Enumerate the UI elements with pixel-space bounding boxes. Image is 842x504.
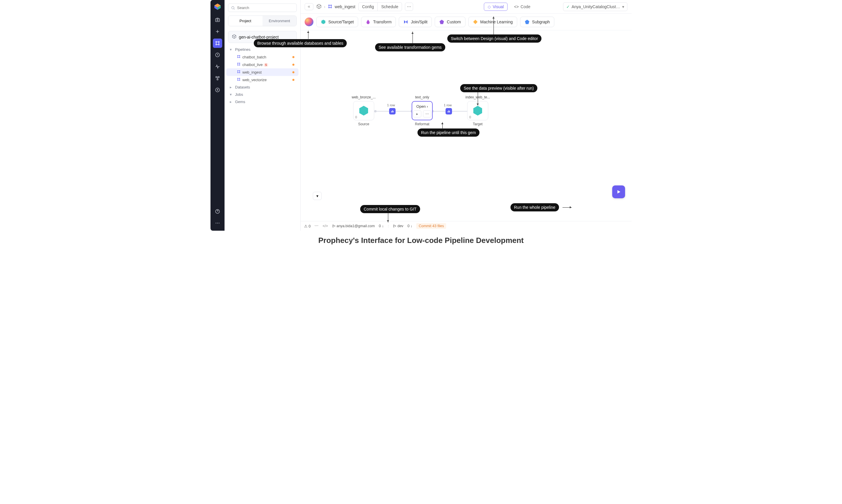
data-preview-button[interactable] bbox=[446, 108, 452, 114]
app-logo-icon bbox=[214, 3, 221, 11]
config-button[interactable]: Config bbox=[359, 3, 377, 11]
annotation: See the data preview (visible after run) bbox=[460, 84, 537, 92]
gem-label: Source/Target bbox=[328, 20, 354, 24]
tree-item-pipeline[interactable]: web_vectorize bbox=[226, 76, 298, 84]
svg-rect-3 bbox=[216, 19, 220, 22]
schedule-button[interactable]: Schedule bbox=[377, 3, 402, 11]
svg-point-24 bbox=[239, 63, 240, 64]
status-dot-icon bbox=[292, 71, 294, 73]
search-input[interactable] bbox=[228, 3, 297, 12]
arrow-icon bbox=[442, 122, 443, 128]
gem-subgraph[interactable]: Subgraph bbox=[520, 17, 554, 27]
tree-label: Datasets bbox=[235, 85, 295, 89]
tree-label: Jobs bbox=[235, 92, 295, 97]
drop-icon bbox=[365, 19, 371, 24]
arrow-icon bbox=[478, 92, 478, 106]
rail-btn-history[interactable] bbox=[213, 50, 222, 59]
cube-icon[interactable] bbox=[316, 4, 322, 10]
open-node-button[interactable]: Open › bbox=[416, 104, 428, 109]
rail-btn-activity[interactable] bbox=[213, 62, 222, 71]
warning-count[interactable]: ⚠ 0 bbox=[304, 224, 310, 228]
svg-point-34 bbox=[239, 80, 240, 80]
tree-item-pipeline[interactable]: chatbot_batch bbox=[226, 53, 298, 61]
rail-btn-more[interactable] bbox=[213, 218, 222, 228]
gem-custom[interactable]: Custom bbox=[435, 17, 465, 27]
rail-btn-download[interactable] bbox=[213, 85, 222, 95]
svg-point-18 bbox=[231, 6, 234, 9]
svg-point-35 bbox=[328, 5, 329, 5]
svg-marker-42 bbox=[525, 20, 529, 24]
diamond-icon: ◇ bbox=[488, 4, 491, 9]
rail-btn-pipeline[interactable] bbox=[213, 38, 222, 48]
rail-btn-lineage[interactable] bbox=[213, 74, 222, 83]
svg-point-54 bbox=[394, 225, 394, 226]
canvas-node-source[interactable]: web_bronze_... 0 Source bbox=[353, 101, 374, 126]
canvas-menu-button[interactable]: ▾ bbox=[313, 192, 322, 200]
pull-count[interactable]: 0 ↓ bbox=[379, 224, 384, 228]
tree-group-gems[interactable]: ▸Gems bbox=[226, 98, 298, 105]
gem-transform[interactable]: Transform bbox=[361, 17, 396, 27]
metrics-icon[interactable]: 〰 bbox=[314, 224, 319, 228]
canvas-node-reformat[interactable]: text_only Open › ▸ ⋯ Reformat bbox=[412, 101, 433, 126]
gem-join-split[interactable]: Join/Split bbox=[399, 17, 432, 27]
svg-point-21 bbox=[237, 57, 238, 58]
node-subtitle: Reformat bbox=[415, 122, 429, 126]
project-tree: ▾Pipelines chatbot_batch chatbot_liveS w… bbox=[225, 46, 300, 231]
tree-item-pipeline[interactable]: chatbot_liveS bbox=[226, 61, 298, 68]
push-count[interactable]: 0 ↓ bbox=[408, 224, 413, 228]
svg-marker-39 bbox=[321, 20, 325, 24]
svg-point-25 bbox=[237, 65, 238, 66]
pipeline-icon bbox=[237, 62, 241, 67]
svg-point-51 bbox=[332, 225, 333, 226]
code-view-button[interactable]: <> Code bbox=[511, 3, 534, 11]
git-branch[interactable]: dev bbox=[393, 224, 403, 228]
node-count: 0 bbox=[355, 115, 357, 119]
status-bar: ⚠ 0 〰 </> anya.bida1@gmail.com 0 ↓ : dev… bbox=[300, 221, 632, 231]
check-icon: ✓ bbox=[566, 4, 570, 9]
node-more-button[interactable]: ⋯ bbox=[423, 110, 431, 118]
svg-rect-46 bbox=[448, 111, 448, 112]
pipeline-canvas[interactable]: 1 row 1 row web_bronze_... 0 Source text… bbox=[300, 30, 632, 221]
run-pipeline-button[interactable] bbox=[612, 185, 625, 198]
copilot-icon[interactable] bbox=[305, 18, 313, 26]
svg-rect-11 bbox=[218, 76, 219, 78]
cluster-selector[interactable]: ✓ Anya_UnityCatalogClusters_U... ▾ bbox=[563, 2, 628, 11]
tree-group-jobs[interactable]: ▾Jobs bbox=[226, 91, 298, 98]
chevron-right-icon: ▸ bbox=[230, 100, 233, 104]
tree-item-pipeline[interactable]: web_ingest bbox=[226, 68, 298, 76]
code-label: Code bbox=[521, 4, 530, 9]
annotation: See available transformation gems bbox=[375, 43, 445, 51]
svg-marker-41 bbox=[473, 20, 477, 24]
chevron-right-icon: ▸ bbox=[230, 85, 233, 89]
back-button[interactable] bbox=[305, 3, 313, 10]
more-button[interactable]: ⋯ bbox=[405, 3, 413, 11]
commit-button[interactable]: Commit 43 files bbox=[416, 223, 446, 229]
chevron-down-icon: ▾ bbox=[230, 47, 233, 52]
svg-point-29 bbox=[237, 72, 238, 73]
view-toggle: ◇ Visual <> Code bbox=[484, 3, 534, 11]
rail-btn-add[interactable] bbox=[213, 27, 222, 36]
tree-item-label: chatbot_batch bbox=[242, 55, 295, 59]
tab-environment[interactable]: Environment bbox=[262, 16, 297, 26]
visual-view-button[interactable]: ◇ Visual bbox=[484, 3, 508, 11]
svg-point-20 bbox=[239, 55, 240, 56]
tree-item-label: web_ingest bbox=[242, 70, 295, 74]
chevron-right-icon: › bbox=[427, 104, 428, 109]
code-icon[interactable]: </> bbox=[323, 224, 328, 228]
rail-btn-help[interactable] bbox=[213, 207, 222, 216]
run-until-button[interactable]: ▸ bbox=[413, 110, 421, 118]
svg-rect-43 bbox=[391, 111, 392, 112]
tree-label: Gems bbox=[235, 100, 295, 104]
svg-point-36 bbox=[331, 5, 331, 5]
rail-btn-camera[interactable] bbox=[213, 15, 222, 24]
tree-group-datasets[interactable]: ▸Datasets bbox=[226, 84, 298, 91]
svg-point-19 bbox=[237, 55, 238, 56]
streaming-badge: S bbox=[264, 64, 268, 67]
svg-point-4 bbox=[217, 20, 218, 21]
git-user[interactable]: anya.bida1@gmail.com bbox=[332, 224, 375, 228]
gem-label: Join/Split bbox=[411, 20, 427, 24]
pentagon-icon bbox=[525, 19, 530, 24]
data-preview-button[interactable] bbox=[389, 108, 396, 114]
tab-project[interactable]: Project bbox=[228, 16, 262, 26]
gem-source-target[interactable]: Source/Target bbox=[316, 17, 358, 27]
